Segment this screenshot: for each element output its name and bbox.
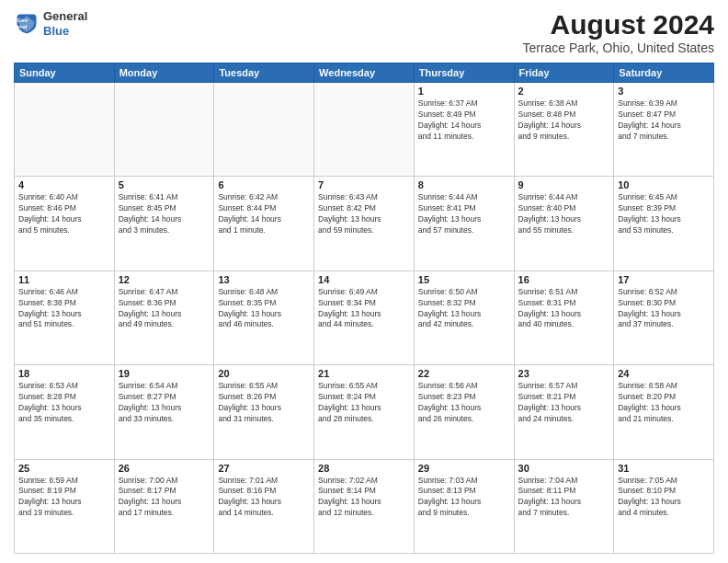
day-number: 20 <box>218 368 310 379</box>
day-number: 27 <box>218 463 310 474</box>
calendar-day-cell: 11Sunrise: 6:46 AM Sunset: 8:38 PM Dayli… <box>15 270 115 364</box>
calendar-week-row: 25Sunrise: 6:59 AM Sunset: 8:19 PM Dayli… <box>15 459 714 553</box>
day-info: Sunrise: 6:43 AM Sunset: 8:42 PM Dayligh… <box>318 192 410 236</box>
calendar-day-cell <box>214 83 314 177</box>
calendar-table: SundayMondayTuesdayWednesdayThursdayFrid… <box>14 63 714 554</box>
day-number: 9 <box>518 179 610 190</box>
day-info: Sunrise: 6:45 AM Sunset: 8:39 PM Dayligh… <box>618 192 710 236</box>
day-info: Sunrise: 6:37 AM Sunset: 8:49 PM Dayligh… <box>418 98 510 143</box>
day-number: 28 <box>318 463 410 474</box>
calendar-day-cell <box>15 83 115 177</box>
day-number: 7 <box>318 179 410 190</box>
logo-icon: Gen eral <box>14 11 40 37</box>
calendar-day-cell: 19Sunrise: 6:54 AM Sunset: 8:27 PM Dayli… <box>114 365 214 459</box>
day-number: 5 <box>119 179 210 190</box>
page: Gen eral General Blue August 2024 Terrac… <box>0 0 728 563</box>
day-info: Sunrise: 6:46 AM Sunset: 8:38 PM Dayligh… <box>18 287 110 331</box>
svg-text:eral: eral <box>17 23 28 29</box>
day-info: Sunrise: 6:44 AM Sunset: 8:41 PM Dayligh… <box>418 192 510 236</box>
day-number: 30 <box>518 463 610 474</box>
weekday-header: Saturday <box>614 63 714 83</box>
calendar-day-cell: 7Sunrise: 6:43 AM Sunset: 8:42 PM Daylig… <box>314 177 415 270</box>
calendar-header-row: SundayMondayTuesdayWednesdayThursdayFrid… <box>15 63 714 83</box>
day-info: Sunrise: 6:55 AM Sunset: 8:26 PM Dayligh… <box>218 381 310 425</box>
day-info: Sunrise: 7:04 AM Sunset: 8:11 PM Dayligh… <box>518 476 610 520</box>
day-number: 29 <box>418 463 510 474</box>
day-info: Sunrise: 6:52 AM Sunset: 8:30 PM Dayligh… <box>618 287 710 331</box>
calendar-day-cell: 14Sunrise: 6:49 AM Sunset: 8:34 PM Dayli… <box>314 270 415 364</box>
calendar-week-row: 4Sunrise: 6:40 AM Sunset: 8:46 PM Daylig… <box>15 177 714 270</box>
day-number: 24 <box>618 368 710 379</box>
calendar-day-cell <box>114 83 214 177</box>
day-info: Sunrise: 6:48 AM Sunset: 8:35 PM Dayligh… <box>218 287 310 331</box>
day-number: 26 <box>119 463 210 474</box>
day-number: 25 <box>18 463 110 474</box>
weekday-header: Tuesday <box>214 63 314 83</box>
calendar-week-row: 18Sunrise: 6:53 AM Sunset: 8:28 PM Dayli… <box>15 365 714 459</box>
day-number: 31 <box>618 463 710 474</box>
day-number: 22 <box>418 368 510 379</box>
calendar-day-cell: 23Sunrise: 6:57 AM Sunset: 8:21 PM Dayli… <box>514 365 614 459</box>
page-title: August 2024 <box>522 9 714 40</box>
day-info: Sunrise: 7:03 AM Sunset: 8:13 PM Dayligh… <box>418 476 510 520</box>
calendar-day-cell: 12Sunrise: 6:47 AM Sunset: 8:36 PM Dayli… <box>114 270 214 364</box>
calendar-day-cell: 28Sunrise: 7:02 AM Sunset: 8:14 PM Dayli… <box>314 459 415 553</box>
day-info: Sunrise: 6:55 AM Sunset: 8:24 PM Dayligh… <box>318 381 410 425</box>
calendar-day-cell: 3Sunrise: 6:39 AM Sunset: 8:47 PM Daylig… <box>614 83 714 177</box>
calendar-day-cell: 5Sunrise: 6:41 AM Sunset: 8:45 PM Daylig… <box>114 177 214 270</box>
day-info: Sunrise: 6:42 AM Sunset: 8:44 PM Dayligh… <box>218 192 310 236</box>
day-info: Sunrise: 6:44 AM Sunset: 8:40 PM Dayligh… <box>518 192 610 236</box>
day-number: 4 <box>18 179 110 190</box>
weekday-header: Sunday <box>15 63 115 83</box>
day-number: 17 <box>618 274 710 285</box>
day-info: Sunrise: 6:59 AM Sunset: 8:19 PM Dayligh… <box>18 476 110 520</box>
day-info: Sunrise: 6:58 AM Sunset: 8:20 PM Dayligh… <box>618 381 710 425</box>
calendar-day-cell: 10Sunrise: 6:45 AM Sunset: 8:39 PM Dayli… <box>614 177 714 270</box>
day-info: Sunrise: 6:51 AM Sunset: 8:31 PM Dayligh… <box>518 287 610 331</box>
day-info: Sunrise: 6:49 AM Sunset: 8:34 PM Dayligh… <box>318 287 410 331</box>
day-number: 2 <box>518 86 610 97</box>
weekday-header: Friday <box>514 63 614 83</box>
calendar-day-cell: 13Sunrise: 6:48 AM Sunset: 8:35 PM Dayli… <box>214 270 314 364</box>
calendar-day-cell: 6Sunrise: 6:42 AM Sunset: 8:44 PM Daylig… <box>214 177 314 270</box>
day-number: 21 <box>318 368 410 379</box>
calendar-day-cell: 30Sunrise: 7:04 AM Sunset: 8:11 PM Dayli… <box>514 459 614 553</box>
weekday-header: Wednesday <box>314 63 415 83</box>
day-info: Sunrise: 6:40 AM Sunset: 8:46 PM Dayligh… <box>18 192 110 236</box>
weekday-header: Monday <box>114 63 214 83</box>
calendar-day-cell: 27Sunrise: 7:01 AM Sunset: 8:16 PM Dayli… <box>214 459 314 553</box>
logo-line1: General <box>43 9 87 24</box>
day-number: 11 <box>18 274 110 285</box>
calendar-week-row: 11Sunrise: 6:46 AM Sunset: 8:38 PM Dayli… <box>15 270 714 364</box>
day-number: 6 <box>218 179 310 190</box>
day-info: Sunrise: 6:38 AM Sunset: 8:48 PM Dayligh… <box>518 98 610 143</box>
calendar-day-cell: 16Sunrise: 6:51 AM Sunset: 8:31 PM Dayli… <box>514 270 614 364</box>
day-info: Sunrise: 7:00 AM Sunset: 8:17 PM Dayligh… <box>119 476 210 520</box>
day-number: 13 <box>218 274 310 285</box>
day-info: Sunrise: 6:41 AM Sunset: 8:45 PM Dayligh… <box>119 192 210 236</box>
header: Gen eral General Blue August 2024 Terrac… <box>14 9 714 55</box>
day-info: Sunrise: 6:57 AM Sunset: 8:21 PM Dayligh… <box>518 381 610 425</box>
calendar-day-cell: 20Sunrise: 6:55 AM Sunset: 8:26 PM Dayli… <box>214 365 314 459</box>
calendar-day-cell: 24Sunrise: 6:58 AM Sunset: 8:20 PM Dayli… <box>614 365 714 459</box>
calendar-day-cell: 15Sunrise: 6:50 AM Sunset: 8:32 PM Dayli… <box>414 270 514 364</box>
day-number: 16 <box>518 274 610 285</box>
day-number: 14 <box>318 274 410 285</box>
calendar-day-cell: 29Sunrise: 7:03 AM Sunset: 8:13 PM Dayli… <box>414 459 514 553</box>
logo-line2: Blue <box>43 24 87 39</box>
calendar-day-cell: 2Sunrise: 6:38 AM Sunset: 8:48 PM Daylig… <box>514 83 614 177</box>
logo: Gen eral General Blue <box>14 9 87 38</box>
calendar-week-row: 1Sunrise: 6:37 AM Sunset: 8:49 PM Daylig… <box>15 83 714 177</box>
day-number: 10 <box>618 179 710 190</box>
day-number: 1 <box>418 86 510 97</box>
weekday-header: Thursday <box>414 63 514 83</box>
day-info: Sunrise: 7:01 AM Sunset: 8:16 PM Dayligh… <box>218 476 310 520</box>
day-info: Sunrise: 6:56 AM Sunset: 8:23 PM Dayligh… <box>418 381 510 425</box>
day-number: 8 <box>418 179 510 190</box>
calendar-day-cell: 26Sunrise: 7:00 AM Sunset: 8:17 PM Dayli… <box>114 459 214 553</box>
day-info: Sunrise: 7:02 AM Sunset: 8:14 PM Dayligh… <box>318 476 410 520</box>
day-number: 12 <box>119 274 210 285</box>
calendar-day-cell: 1Sunrise: 6:37 AM Sunset: 8:49 PM Daylig… <box>414 83 514 177</box>
day-number: 15 <box>418 274 510 285</box>
day-info: Sunrise: 6:53 AM Sunset: 8:28 PM Dayligh… <box>18 381 110 425</box>
